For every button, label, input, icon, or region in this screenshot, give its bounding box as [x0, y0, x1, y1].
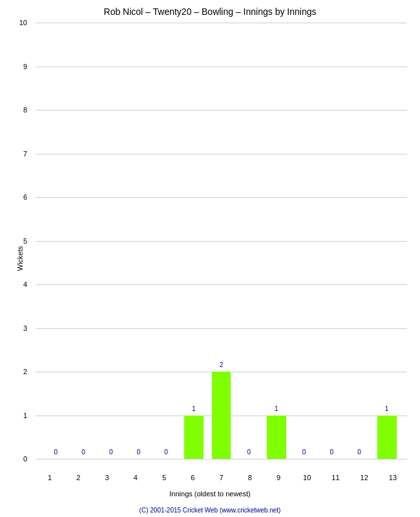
bar-value-label: 1: [275, 405, 278, 412]
x-axis-label: 2: [64, 474, 92, 481]
x-axis-label: 11: [321, 474, 350, 481]
bar-value-label: 0: [54, 448, 58, 456]
x-axis-label: 5: [150, 474, 178, 481]
x-axis-title: Innings (oldest to newest): [0, 490, 420, 498]
y-axis-label: 1: [23, 412, 27, 419]
bar-group: 0: [152, 23, 180, 459]
x-axis-label: 10: [293, 474, 321, 481]
bar-group: 0: [346, 23, 373, 459]
bar-value-label: 0: [357, 448, 361, 456]
x-axis-label: 3: [92, 474, 121, 481]
chart-container: Rob Nicol – Twenty20 – Bowling – Innings…: [0, 0, 420, 517]
bar-value-label: 0: [81, 448, 85, 456]
y-axis-label: 5: [23, 237, 27, 245]
chart-title: Rob Nicol – Twenty20 – Bowling – Innings…: [0, 0, 420, 20]
bar-group: 1: [373, 23, 401, 459]
bar-group: 0: [235, 23, 263, 459]
bar: 2: [212, 372, 231, 459]
bar-group: 0: [125, 23, 152, 459]
bar-value-label: 0: [247, 448, 251, 456]
bar-group: 1: [263, 23, 291, 459]
bar-group: 0: [70, 23, 98, 459]
x-axis-label: 9: [264, 474, 293, 481]
x-axis-label: 1: [36, 474, 64, 481]
bar-group: 0: [42, 23, 70, 459]
x-axis-label: 8: [236, 474, 264, 481]
y-axis-label: 0: [23, 455, 27, 463]
y-axis-label: 9: [23, 63, 27, 70]
y-axis-label: 7: [23, 150, 27, 158]
bar-value-label: 1: [192, 405, 196, 412]
y-axis-label: 6: [23, 193, 27, 201]
bar-value-label: 0: [164, 448, 168, 456]
y-axis-label: 10: [19, 19, 27, 26]
bar-group: 0: [290, 23, 318, 459]
y-axis-label: 4: [23, 280, 27, 288]
bar-value-label: 0: [302, 448, 306, 456]
x-axis-labels: 12345678910111213: [36, 474, 407, 481]
y-axis-label: 3: [23, 324, 27, 332]
x-axis-label: 4: [121, 474, 150, 481]
bar-group: 0: [318, 23, 346, 459]
bar-value-label: 1: [385, 405, 389, 412]
y-axis-label: 2: [23, 368, 27, 375]
bar-value-label: 0: [137, 448, 141, 456]
x-axis-label: 13: [379, 474, 407, 481]
bar-value-label: 0: [109, 448, 113, 456]
x-axis-label: 6: [178, 474, 207, 481]
y-axis-labels: 012345678910: [0, 23, 32, 459]
bar-group: 0: [97, 23, 125, 459]
x-axis-label: 7: [207, 474, 235, 481]
bar: 1: [184, 416, 204, 459]
bar-value-label: 2: [220, 361, 224, 368]
bar: 1: [377, 416, 397, 459]
x-axis-label: 12: [350, 474, 379, 481]
bar-value-label: 0: [330, 448, 333, 456]
bar-group: 1: [180, 23, 207, 459]
copyright: (C) 2001-2015 Cricket Web (www.cricketwe…: [0, 507, 420, 514]
bar-group: 2: [207, 23, 235, 459]
bars-container: 0000012010001: [36, 23, 407, 459]
bar: 1: [267, 416, 286, 459]
grid-line: [36, 459, 407, 459]
chart-area: 0000012010001: [36, 23, 407, 459]
y-axis-label: 8: [23, 106, 27, 114]
